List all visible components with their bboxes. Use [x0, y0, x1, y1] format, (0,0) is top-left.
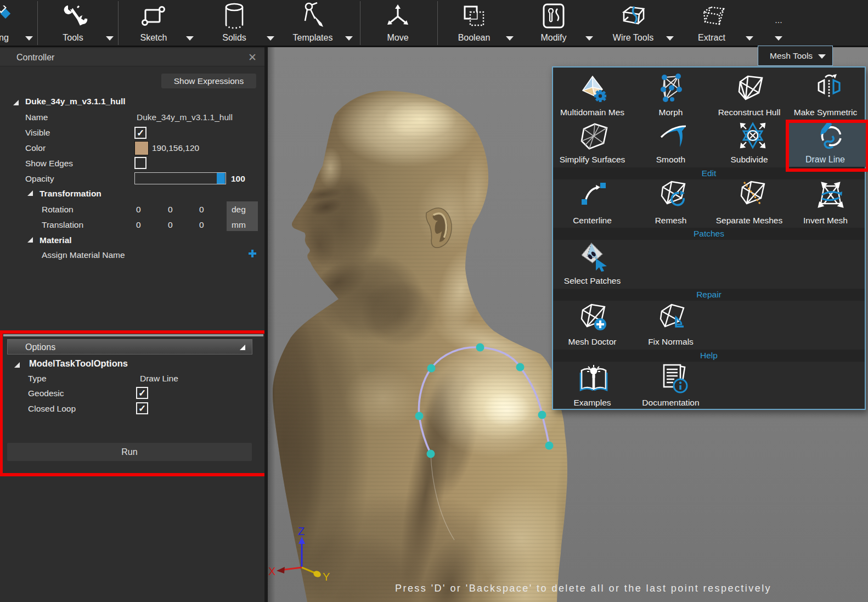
svg-text:Y: Y	[323, 571, 330, 583]
svg-text:Z: Z	[298, 525, 305, 537]
